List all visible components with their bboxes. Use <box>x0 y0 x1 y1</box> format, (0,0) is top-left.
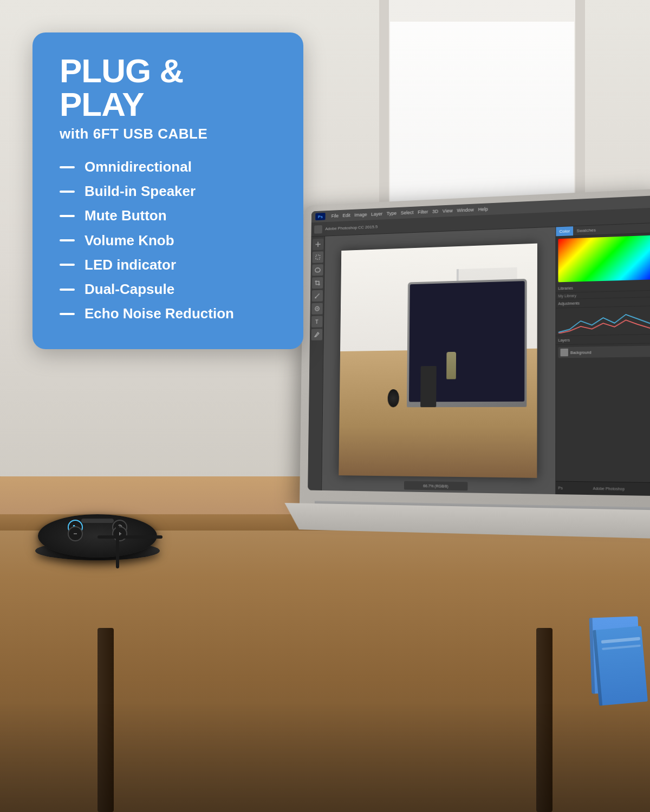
laptop-screen-bezel: Ps File Edit Image Layer Type Select Fil… <box>308 195 650 496</box>
feature-item-mute: Mute Button <box>60 207 276 224</box>
floor-shadow <box>0 704 650 812</box>
ps-canvas-area: 66.7% (RGB/8) <box>322 227 555 494</box>
ps-canvas <box>339 244 537 478</box>
ps-select-tool <box>312 251 323 263</box>
ps-taskbar: Ps Adobe Photoshop <box>556 481 650 496</box>
menu-type: Type <box>387 211 397 216</box>
ps-zoom-bar: 66.7% (RGB/8) <box>404 481 468 491</box>
book-front <box>593 626 648 705</box>
menu-window: Window <box>457 207 473 213</box>
books-corner <box>580 595 650 704</box>
ps-color-picker <box>558 235 650 283</box>
feature-text-speaker: Build-in Speaker <box>84 183 196 200</box>
photoshop-ui: Ps File Edit Image Layer Type Select Fil… <box>308 195 650 496</box>
scene: Ps File Edit Image Layer Type Select Fil… <box>0 0 650 812</box>
menu-image: Image <box>354 212 367 218</box>
ps-crop-tool <box>311 277 322 289</box>
laptop-screen-outer: Ps File Edit Image Layer Type Select Fil… <box>300 188 650 513</box>
feature-text-dual-capsule: Dual-Capsule <box>84 281 174 298</box>
feature-dash-2 <box>60 191 75 193</box>
ps-brush-tool <box>311 290 322 302</box>
speaker-btn-vol-up <box>112 526 127 541</box>
feature-dash-6 <box>60 289 75 291</box>
panel-tab-color: Color <box>556 226 573 236</box>
ps-main-area: T <box>308 223 650 496</box>
menu-file: File <box>332 213 339 219</box>
feature-dash-3 <box>60 215 75 217</box>
panel-tab-swatches: Swatches <box>573 225 599 235</box>
menu-select: Select <box>401 210 414 216</box>
menu-help: Help <box>478 206 488 212</box>
menu-filter: Filter <box>418 209 428 215</box>
feature-dash-7 <box>60 313 75 315</box>
ps-logo: Ps <box>315 213 325 220</box>
menu-3d: 3D <box>432 208 438 214</box>
svg-rect-0 <box>316 255 320 259</box>
ps-app-label: Ps <box>558 486 562 490</box>
feature-dash-5 <box>60 264 75 266</box>
feature-text-echo: Echo Noise Reduction <box>84 305 234 322</box>
card-title-main: PLUG & PLAY <box>60 54 276 121</box>
feature-item-dual-capsule: Dual-Capsule <box>60 281 276 298</box>
feature-text-volume: Volume Knob <box>84 232 174 249</box>
book-stripe-2 <box>602 645 641 650</box>
book-spine-back <box>589 618 595 693</box>
conference-speaker <box>32 493 162 568</box>
canvas-phone <box>420 366 437 407</box>
feature-item-omnidirectional: Omnidirectional <box>60 159 276 175</box>
feature-text-mute: Mute Button <box>84 207 167 224</box>
laptop: Ps File Edit Image Layer Type Select Fil… <box>283 188 650 651</box>
feature-dash-4 <box>60 239 75 241</box>
ps-graph <box>556 306 650 336</box>
menu-edit: Edit <box>342 213 350 218</box>
info-card: PLUG & PLAY with 6FT USB CABLE Omnidirec… <box>32 32 303 349</box>
ps-pen-tool <box>311 329 322 340</box>
feature-list: Omnidirectional Build-in Speaker Mute Bu… <box>60 159 276 322</box>
book-stripe <box>601 637 640 644</box>
feature-dash-1 <box>60 166 75 168</box>
feature-text-led: LED indicator <box>84 257 176 273</box>
ps-move-tool <box>312 239 323 251</box>
speaker-cable-horizontal <box>98 535 162 539</box>
canvas-jar <box>446 352 457 379</box>
canvas-speaker <box>387 389 399 407</box>
speaker-cable-vertical <box>116 525 119 568</box>
ps-clone-tool <box>311 303 323 315</box>
ps-right-panel: Color Swatches Libraries My Library Adju… <box>555 223 650 496</box>
ps-app-title: Adobe Photoshop <box>563 486 650 492</box>
speaker-btn-vol-down <box>68 526 83 541</box>
feature-text-omnidirectional: Omnidirectional <box>84 159 192 175</box>
ps-layer-background: Background <box>558 346 650 358</box>
feature-item-volume: Volume Knob <box>60 232 276 249</box>
ps-tool-select <box>314 225 322 234</box>
svg-point-1 <box>315 297 316 298</box>
ps-layers-section: Background <box>556 343 650 482</box>
ps-lasso-tool <box>312 264 323 276</box>
feature-item-led: LED indicator <box>60 257 276 273</box>
menu-view: View <box>443 208 453 214</box>
menu-layer: Layer <box>371 211 382 217</box>
feature-item-echo: Echo Noise Reduction <box>60 305 276 322</box>
ps-toolbar-label: Adobe Photoshop CC 2015.5 <box>325 224 378 231</box>
ps-canvas-image <box>339 244 537 478</box>
card-title-sub: with 6FT USB CABLE <box>60 126 276 142</box>
ps-type-tool: T <box>311 316 323 327</box>
speaker-top-detail <box>81 519 114 523</box>
feature-item-speaker: Build-in Speaker <box>60 183 276 200</box>
